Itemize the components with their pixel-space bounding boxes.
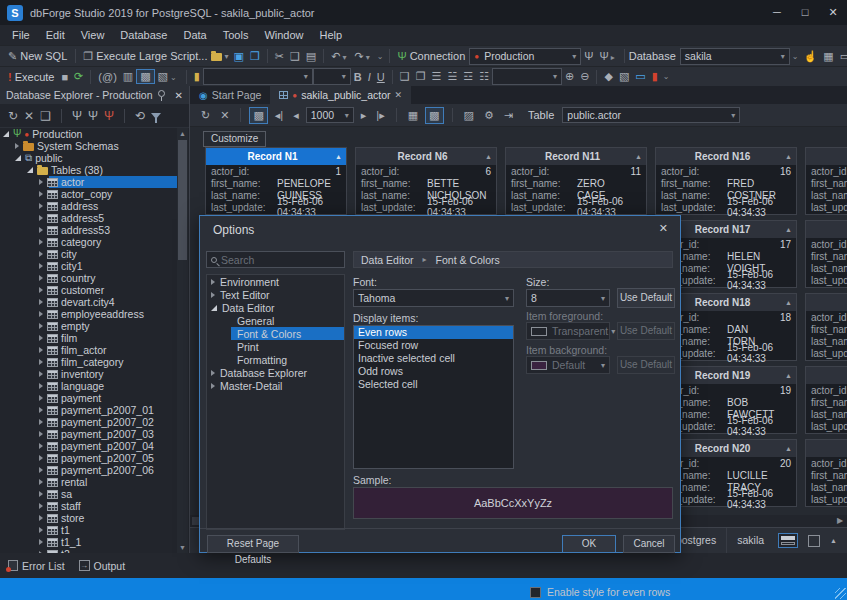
refresh-all-icon[interactable]: ⟲: [135, 109, 145, 123]
expand-arrow-icon[interactable]: [39, 419, 43, 425]
expand-arrow-icon[interactable]: [3, 131, 9, 137]
execution-history-icon[interactable]: ⟳: [71, 70, 86, 83]
collapse-card-icon[interactable]: ▲: [785, 153, 792, 160]
display-item-focused-row[interactable]: Focused row: [354, 339, 513, 352]
card-view-status-icon[interactable]: [778, 533, 798, 548]
tree-item-public[interactable]: ⧉public: [0, 152, 178, 164]
query-profiler-icon[interactable]: ▥: [120, 70, 136, 83]
tree-item-address53[interactable]: address53: [0, 224, 178, 236]
save-all-icon[interactable]: ❒: [247, 50, 263, 63]
disconnect-icon[interactable]: Ψ: [104, 109, 114, 123]
options-category-text-editor[interactable]: Text Editor: [207, 288, 344, 301]
tree-item-tables-38[interactable]: Tables (38): [0, 164, 178, 176]
tree-item-address5[interactable]: address5: [0, 212, 178, 224]
menu-window[interactable]: Window: [256, 25, 311, 45]
save-icon[interactable]: ▣: [230, 50, 246, 63]
tree-item-film-category[interactable]: film_category: [0, 356, 178, 368]
options-category-general[interactable]: General: [207, 314, 344, 327]
dialog-search-box[interactable]: [206, 251, 345, 268]
pointer-tool-icon[interactable]: ☝: [801, 50, 821, 63]
keyboard-icon[interactable]: ▦: [820, 50, 836, 63]
change-connection-icon[interactable]: Ψ▸: [596, 50, 619, 62]
record-card[interactable]: ▲actor_id:first_name:last_name:last_upda…: [805, 147, 847, 215]
explorer-scrollbar[interactable]: ▲ ▼: [177, 128, 188, 553]
expand-arrow-icon[interactable]: [39, 443, 43, 449]
cut-icon[interactable]: ✂: [272, 50, 287, 63]
toolbar-overflow-icon[interactable]: ⌄: [790, 52, 801, 61]
tree-item-sa[interactable]: sa: [0, 488, 178, 500]
tree-item-devart-city4[interactable]: devart.city4: [0, 296, 178, 308]
expand-arrow-icon[interactable]: [39, 227, 43, 233]
record-card-record-n6[interactable]: Record N6▲actor_id:6first_name:BETTElast…: [355, 147, 497, 215]
tree-item-customer[interactable]: customer: [0, 284, 178, 296]
expand-arrow-icon[interactable]: [39, 515, 43, 521]
dialog-close-icon[interactable]: ✕: [659, 222, 668, 235]
italic-button[interactable]: I: [365, 71, 374, 83]
delete-icon[interactable]: ✕: [24, 109, 34, 123]
options-category-environment[interactable]: Environment: [207, 275, 344, 288]
use-default-foreground-button[interactable]: Use Default: [617, 322, 675, 340]
expand-arrow-icon[interactable]: [39, 371, 43, 377]
ok-button[interactable]: OK: [562, 535, 616, 553]
breadcrumb-part2[interactable]: Font & Colors: [436, 254, 500, 266]
close-button[interactable]: ✕: [819, 0, 847, 25]
collapse-card-icon[interactable]: ▲: [785, 226, 792, 233]
item-foreground-select[interactable]: Transparent▾: [526, 322, 610, 340]
search-input[interactable]: [221, 254, 331, 266]
expand-arrow-icon[interactable]: [39, 179, 43, 185]
tree-item-empty[interactable]: empty: [0, 320, 178, 332]
parameters-icon[interactable]: (@): [95, 71, 120, 83]
record-card-header[interactable]: Record N1▲: [206, 148, 346, 165]
expand-arrow-icon[interactable]: [39, 479, 43, 485]
font-select[interactable]: Tahoma▾: [353, 289, 514, 307]
zoom-select[interactable]: ▾: [492, 68, 562, 85]
zoom-in-icon[interactable]: ⊕: [562, 70, 577, 83]
execute-large-script-button[interactable]: Execute Large Script...: [96, 50, 207, 62]
menu-help[interactable]: Help: [312, 25, 351, 45]
enable-style-checkbox[interactable]: [530, 587, 541, 598]
tree-item-store[interactable]: store: [0, 512, 178, 524]
zoom-out-icon[interactable]: ⊖: [577, 70, 592, 83]
minimize-button[interactable]: ─: [763, 0, 791, 25]
options-category-data-editor[interactable]: Data Editor: [207, 301, 344, 314]
tree-item-payment-p2007-03[interactable]: payment_p2007_03: [0, 428, 178, 440]
options-category-print[interactable]: Print: [207, 340, 344, 353]
collapse-card-icon[interactable]: ▲: [785, 372, 792, 379]
expand-arrow-icon[interactable]: [39, 323, 43, 329]
new-sql-button[interactable]: New SQL: [20, 50, 67, 62]
menu-file[interactable]: File: [4, 25, 38, 45]
tree-item-t1-1[interactable]: t1_1: [0, 536, 178, 548]
bold-button[interactable]: B: [351, 71, 365, 83]
tree-item-production[interactable]: Ψ●Production: [0, 128, 178, 140]
new-sql-icon[interactable]: ✎: [5, 50, 20, 63]
options-category-master-detail[interactable]: Master-Detail: [207, 379, 344, 392]
toolbar-overflow-icon[interactable]: ⌄: [661, 72, 672, 81]
tree-item-payment[interactable]: payment: [0, 392, 178, 404]
expand-arrow-icon[interactable]: [39, 299, 43, 305]
scroll-up-icon[interactable]: ▲: [177, 128, 188, 139]
error-list-tab[interactable]: Error List: [8, 560, 65, 572]
export-icon[interactable]: ▭: [632, 70, 648, 83]
toolbox-icon[interactable]: ◆: [601, 70, 615, 83]
menu-view[interactable]: View: [73, 25, 113, 45]
tree-item-t1[interactable]: t1: [0, 524, 178, 536]
tree-item-payment-p2007-05[interactable]: payment_p2007_05: [0, 452, 178, 464]
copy-icon[interactable]: ❑: [287, 50, 303, 63]
justify-icon[interactable]: ☷: [476, 70, 492, 83]
options-category-database-explorer[interactable]: Database Explorer: [207, 366, 344, 379]
display-item-odd-rows[interactable]: Odd rows: [354, 365, 513, 378]
collapse-card-icon[interactable]: ▲: [485, 153, 492, 160]
tree-item-employeeaddress[interactable]: employeeaddress: [0, 308, 178, 320]
expand-arrow-icon[interactable]: [39, 539, 43, 545]
tree-item-payment-p2007-02[interactable]: payment_p2007_02: [0, 416, 178, 428]
layer-back-icon[interactable]: ❐: [413, 70, 429, 83]
pin-icon[interactable]: [158, 90, 165, 97]
tree-item-payment-p2007-04[interactable]: payment_p2007_04: [0, 440, 178, 452]
scroll-down-icon[interactable]: ▼: [177, 542, 188, 553]
display-item-inactive-selected-cell[interactable]: Inactive selected cell: [354, 352, 513, 365]
database-tool-icon[interactable]: ▧: [616, 70, 632, 83]
new-window-icon[interactable]: ▧⌄: [155, 70, 182, 83]
scroll-right-icon[interactable]: ▶: [835, 515, 845, 527]
expand-arrow-icon[interactable]: [39, 251, 43, 257]
use-default-font-button[interactable]: Use Default: [617, 288, 675, 308]
